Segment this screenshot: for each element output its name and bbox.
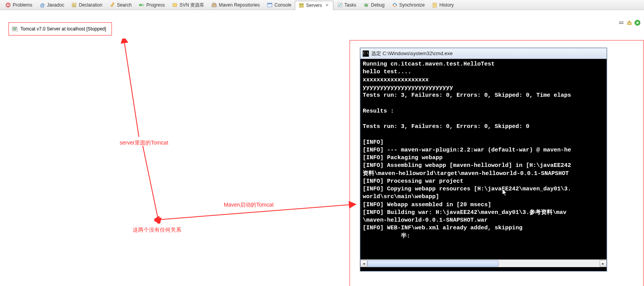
tab-label: Maven Repositories — [219, 2, 260, 8]
tab-label: SVN 资源库 — [179, 2, 204, 8]
tab-servers[interactable]: Servers ✕ — [295, 1, 333, 10]
svg-rect-36 — [13, 28, 16, 29]
svg-point-18 — [302, 4, 303, 5]
history-icon — [432, 2, 438, 8]
tab-label: Javadoc — [47, 2, 64, 8]
server-item-box: Tomcat v7.0 Server at localhost [Stopped… — [8, 22, 112, 35]
tab-synchronize[interactable]: Synchronize — [388, 0, 428, 10]
cmd-icon: C:\ — [363, 50, 369, 57]
tomcat-server-icon — [12, 26, 18, 32]
tab-label: Declaration — [79, 2, 102, 8]
servers-toolbar — [618, 19, 641, 26]
svg-marker-24 — [396, 4, 397, 6]
collapse-icon[interactable] — [618, 19, 625, 26]
annotation-maven-tomcat: Maven启动的Tomcat — [224, 202, 274, 209]
declaration-icon: D — [71, 2, 77, 8]
svg-marker-25 — [392, 4, 393, 6]
console-icon — [267, 2, 273, 8]
svn-icon — [172, 2, 178, 8]
svg-rect-14 — [267, 3, 272, 4]
server-item-label[interactable]: Tomcat v7.0 Server at localhost [Stopped… — [20, 26, 106, 32]
tasks-icon — [337, 2, 343, 8]
tab-tasks[interactable]: Tasks — [333, 0, 360, 10]
svg-point-38 — [16, 29, 18, 32]
svg-rect-11 — [212, 5, 216, 7]
svg-text:D: D — [73, 3, 76, 7]
svg-line-22 — [368, 3, 368, 4]
svg-point-7 — [111, 5, 112, 7]
cmd-horizontal-scrollbar[interactable]: ◄ ► — [360, 259, 607, 267]
tab-debug[interactable]: Debug — [360, 0, 388, 10]
tab-label: Debug — [371, 2, 384, 8]
cmd-window: C:\ 选定 C:\Windows\system32\cmd.exe Runni… — [360, 48, 607, 271]
view-tab-bar: Problems @ Javadoc D Declaration Search … — [0, 0, 644, 10]
svg-rect-10 — [173, 3, 177, 7]
svg-rect-37 — [13, 29, 16, 30]
servers-icon — [298, 2, 304, 8]
tab-problems[interactable]: Problems — [2, 0, 36, 10]
scroll-left-icon[interactable]: ◄ — [360, 260, 367, 267]
svg-marker-32 — [628, 20, 630, 22]
svg-text:@: @ — [40, 3, 45, 8]
tab-history[interactable]: History — [428, 0, 457, 10]
tab-label: Tasks — [345, 2, 357, 8]
tab-search[interactable]: Search — [106, 0, 135, 10]
tab-declaration[interactable]: D Declaration — [68, 0, 106, 10]
annotation-server-tomcat: server里面的Tomcat — [120, 140, 168, 146]
arrow-down-1 — [135, 143, 181, 224]
svg-rect-29 — [619, 22, 624, 22]
tab-label: Problems — [13, 2, 32, 8]
tab-label: Synchronize — [399, 2, 425, 8]
svg-rect-9 — [139, 4, 142, 6]
start-server-icon[interactable] — [634, 19, 641, 26]
debug-icon — [363, 2, 369, 8]
svg-rect-1 — [8, 4, 8, 5]
scroll-right-icon[interactable]: ► — [600, 260, 607, 267]
cmd-output: Running cn.itcast.maven.test.HelloTest h… — [360, 59, 607, 259]
tab-console[interactable]: Console — [263, 0, 295, 10]
tab-label: Search — [117, 2, 132, 8]
svg-line-42 — [143, 146, 158, 220]
svg-line-40 — [124, 42, 139, 137]
svg-rect-30 — [619, 23, 624, 24]
cmd-titlebar[interactable]: C:\ 选定 C:\Windows\system32\cmd.exe — [360, 48, 607, 59]
annotation-no-relation: 这两个没有任何关系 — [133, 227, 181, 234]
tab-progress[interactable]: Progress — [135, 0, 168, 10]
svg-rect-16 — [302, 3, 303, 7]
tab-maven-repositories[interactable]: Maven Repositories — [208, 0, 263, 10]
tab-label: Servers — [306, 3, 322, 8]
svg-rect-2 — [8, 6, 8, 7]
svg-line-21 — [364, 3, 365, 4]
arrow-to-server-box — [116, 39, 162, 139]
publish-icon[interactable] — [626, 19, 633, 26]
tab-javadoc[interactable]: @ Javadoc — [36, 0, 68, 10]
search-icon — [109, 2, 115, 8]
problems-icon — [5, 2, 11, 8]
scroll-thumb[interactable] — [367, 261, 499, 267]
mouse-cursor-icon — [502, 189, 509, 197]
tab-svn[interactable]: SVN 资源库 — [168, 0, 208, 10]
svg-rect-31 — [627, 22, 631, 25]
scroll-track[interactable] — [367, 260, 600, 267]
tab-label: Progress — [146, 2, 165, 8]
svg-rect-15 — [299, 3, 301, 7]
svg-point-17 — [300, 4, 301, 5]
svg-point-20 — [365, 4, 368, 7]
svg-marker-46 — [502, 189, 507, 196]
javadoc-icon: @ — [39, 2, 46, 8]
maven-repo-icon — [211, 2, 217, 8]
svg-rect-12 — [213, 3, 216, 5]
tab-label: Console — [274, 2, 291, 8]
cmd-title: 选定 C:\Windows\system32\cmd.exe — [371, 50, 453, 57]
synchronize-icon — [392, 2, 398, 8]
close-icon[interactable]: ✕ — [325, 3, 330, 8]
tab-label: History — [439, 2, 454, 8]
progress-icon — [139, 2, 145, 8]
